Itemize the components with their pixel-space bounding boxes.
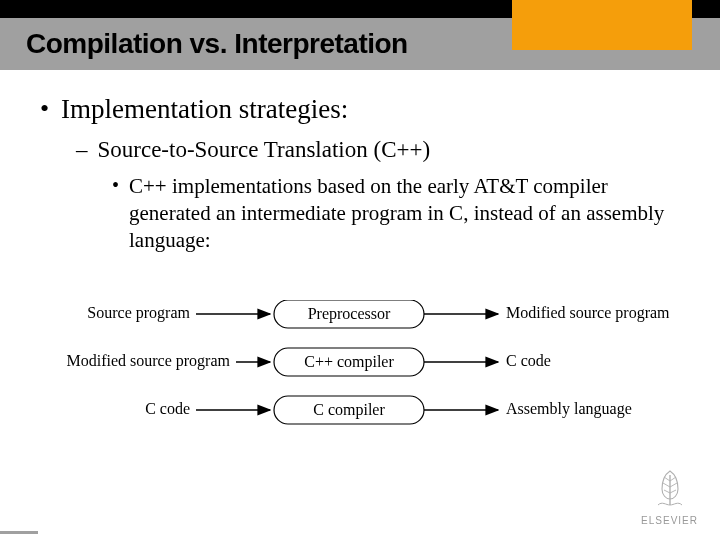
- row3-right-label: Assembly language: [506, 400, 632, 418]
- tree-icon: [648, 465, 692, 509]
- top-black-strip: [0, 0, 720, 18]
- bullet-level2: – Source-to-Source Translation (C++): [76, 137, 680, 163]
- slide-title: Compilation vs. Interpretation: [26, 28, 408, 60]
- publisher-logo: ELSEVIER: [641, 465, 698, 526]
- row1-right-label: Modified source program: [506, 304, 670, 322]
- svg-line-16: [670, 490, 676, 493]
- svg-line-14: [670, 483, 677, 487]
- row3-left-label: C code: [145, 400, 190, 417]
- footer-accent-line: [0, 531, 38, 534]
- dash-icon: –: [76, 137, 88, 163]
- bullet3-text: C++ implementations based on the early A…: [129, 173, 680, 254]
- content-area: • Implementation strategies: – Source-to…: [0, 70, 720, 254]
- bullet-level3: • C++ implementations based on the early…: [112, 173, 680, 254]
- bullet-level1: • Implementation strategies:: [40, 94, 680, 125]
- row2-left-label: Modified source program: [66, 352, 230, 370]
- publisher-name: ELSEVIER: [641, 515, 698, 526]
- row1-box-label: Preprocessor: [308, 305, 391, 323]
- bullet-dot-icon: •: [112, 173, 119, 254]
- bullet-dot-icon: •: [40, 94, 49, 125]
- row1-left-label: Source program: [87, 304, 190, 322]
- bullet2-text: Source-to-Source Translation (C++): [98, 137, 431, 163]
- bullet1-text: Implementation strategies:: [61, 94, 348, 125]
- orange-accent-box: [512, 0, 692, 50]
- svg-line-13: [663, 483, 670, 487]
- svg-line-11: [664, 477, 670, 481]
- pipeline-diagram: Source program Preprocessor Modified sou…: [40, 300, 680, 450]
- svg-line-15: [664, 490, 670, 493]
- row3-box-label: C compiler: [313, 401, 385, 419]
- row2-right-label: C code: [506, 352, 551, 369]
- svg-line-12: [670, 477, 676, 481]
- row2-box-label: C++ compiler: [304, 353, 394, 371]
